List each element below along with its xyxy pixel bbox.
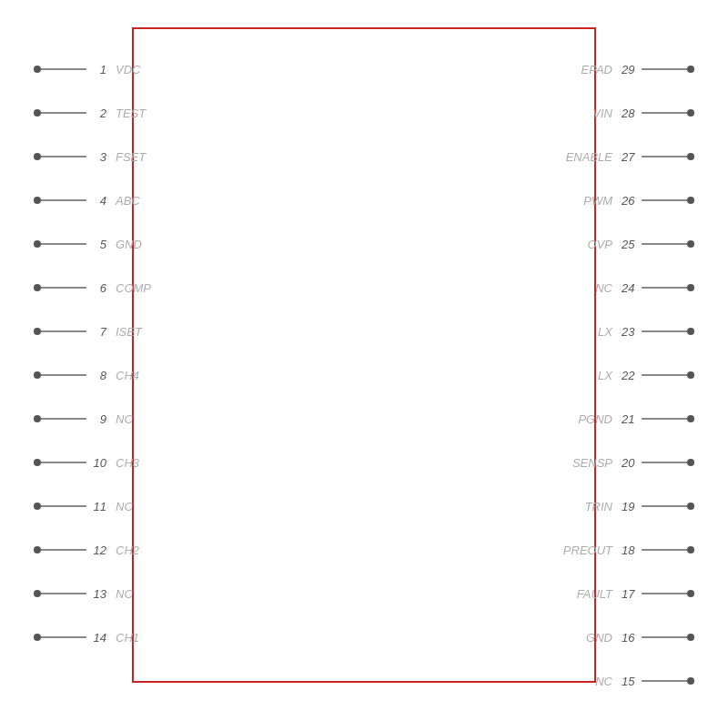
pin-dot [687,66,694,73]
pin-right-19: TRIN 19 [562,484,694,528]
pin-number: 24 [622,281,642,295]
pin-right-25: OVP 25 [562,222,694,266]
pin-dot [34,459,41,466]
pin-label: SENSP [562,456,612,470]
pin-number: 2 [86,107,106,120]
pin-number: 7 [86,325,106,339]
pin-right-29: EPAD 29 [562,47,694,91]
pin-dot [687,328,694,335]
pin-right-16: GND 16 [562,615,694,659]
pin-number: 19 [622,500,642,513]
pin-line [642,505,687,507]
pin-line [642,199,687,201]
pin-left-7: 7 ISET [34,310,157,353]
pin-label: CH1 [116,631,157,645]
pin-left-14: 14 CH1 [34,615,157,659]
pin-line [41,549,86,551]
pin-left-10: 10 CH3 [34,441,157,484]
pin-label: LX [562,369,612,382]
pin-dot [34,284,41,291]
pin-dot [34,503,41,510]
pin-right-20: SENSP 20 [562,441,694,484]
pin-line [642,418,687,420]
pin-number: 18 [622,543,642,557]
pin-number: 25 [622,238,642,251]
pin-right-17: FAULT 17 [562,572,694,615]
pin-left-11: 11 NC [34,484,157,528]
pin-line [41,636,86,638]
pin-number: 28 [622,107,642,120]
pin-number: 15 [622,675,642,688]
pin-label: GND [116,238,157,251]
pin-label: VDC [116,63,157,76]
pin-line [642,112,687,114]
pin-number: 9 [86,412,106,426]
pin-number: 3 [86,150,106,164]
pin-line [642,680,687,682]
pin-dot [687,371,694,379]
pin-label: NC [116,412,157,426]
pin-label: EPAD [562,63,612,76]
pin-line [41,374,86,376]
pin-dot [687,415,694,422]
pin-right-28: VIN 28 [562,91,694,135]
pin-dot [34,590,41,597]
pin-number: 17 [622,587,642,601]
pin-left-12: 12 CH2 [34,528,157,572]
pin-number: 21 [622,412,642,426]
pin-line [41,287,86,289]
pin-right-21: PGND 21 [562,397,694,441]
pin-number: 16 [622,631,642,645]
pin-number: 6 [86,281,106,295]
pin-dot [34,109,41,117]
pin-right-26: PWM 26 [562,178,694,222]
pin-dot [687,634,694,641]
pin-number: 4 [86,194,106,208]
pin-label: VIN [562,107,612,120]
pin-left-9: 9 NC [34,397,157,441]
pin-dot [34,153,41,160]
pin-line [642,68,687,70]
pin-line [642,330,687,332]
pin-label: ENABLE [562,150,612,164]
pin-line [41,156,86,157]
pin-line [41,593,86,594]
pin-dot [687,240,694,248]
pin-number: 13 [86,587,106,601]
pin-line [41,112,86,114]
pin-left-5: 5 GND [34,222,157,266]
pin-right-27: ENABLE 27 [562,135,694,178]
pin-line [642,593,687,594]
pin-right-24: NC 24 [562,266,694,310]
pin-right-23: LX 23 [562,310,694,353]
pin-dot [34,240,41,248]
pin-label: OVP [562,238,612,251]
pin-left-1: 1 VDC [34,47,157,91]
pin-dot [34,197,41,204]
pin-label: PGND [562,412,612,426]
pin-label: GND [562,631,612,645]
pin-line [41,330,86,332]
pin-line [642,287,687,289]
pin-dot [687,677,694,685]
pin-line [642,374,687,376]
pin-right-15: NC 15 [562,659,694,703]
pin-label: NC [562,281,612,295]
pin-right-18: PREOUT 18 [562,528,694,572]
pin-number: 10 [86,456,106,470]
pin-right-22: LX 22 [562,353,694,397]
pin-label: TRIN [562,500,612,513]
pin-label: FSET [116,150,157,164]
pin-label: ABC [116,194,157,208]
pin-dot [34,546,41,553]
pin-left-8: 8 CH4 [34,353,157,397]
pin-label: PWM [562,194,612,208]
pin-line [41,505,86,507]
pin-number: 5 [86,238,106,251]
pin-dot [687,503,694,510]
pin-dot [687,153,694,160]
ic-body: 1 VDC 2 TEST 3 FSET 4 ABC 5 GND 6 COMP [132,27,596,683]
pin-line [642,462,687,463]
pin-number: 8 [86,369,106,382]
pin-number: 12 [86,543,106,557]
